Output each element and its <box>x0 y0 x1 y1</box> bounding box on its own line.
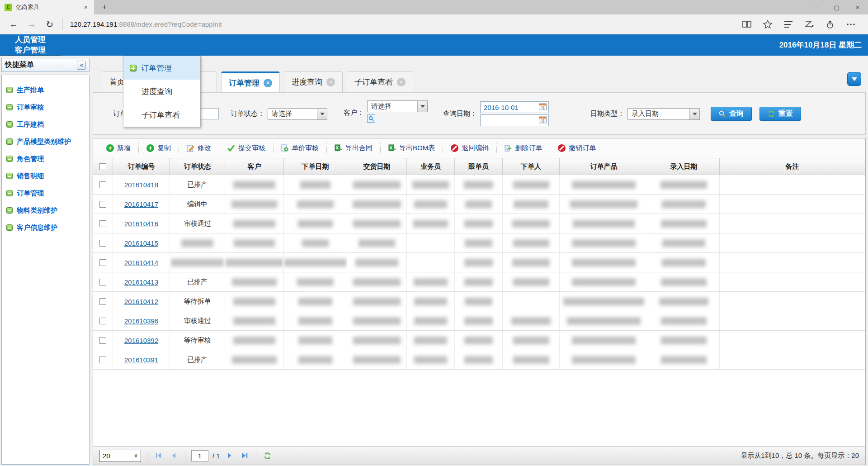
search-button[interactable]: 查询 <box>711 107 752 121</box>
order-number-link[interactable]: 201610391 <box>124 356 158 364</box>
tab-close-icon[interactable]: × <box>326 78 335 86</box>
query-date-to-input[interactable] <box>480 114 549 126</box>
favorites-star-icon[interactable] <box>763 20 772 29</box>
refresh-grid-icon[interactable] <box>262 452 273 460</box>
forward-icon[interactable]: → <box>23 19 41 29</box>
row-checkbox[interactable] <box>99 220 106 227</box>
redacted-cell <box>353 356 401 364</box>
row-checkbox[interactable] <box>99 337 106 344</box>
order-number-link[interactable]: 201610416 <box>124 220 158 228</box>
reset-button[interactable]: 重置 <box>760 107 801 121</box>
customer-search-icon[interactable] <box>367 114 375 123</box>
column-header[interactable]: 订单产品 <box>560 158 648 175</box>
order-status-select[interactable]: 请选择 <box>268 108 327 120</box>
refresh-icon[interactable]: ↻ <box>41 19 59 30</box>
toolbar-button[interactable]: 单价审核 <box>274 143 327 154</box>
row-checkbox[interactable] <box>99 240 106 247</box>
back-icon[interactable]: ← <box>5 19 23 29</box>
more-icon[interactable] <box>846 23 855 26</box>
dropdown-menu-item[interactable]: 进度查询 <box>123 80 200 103</box>
calendar-icon[interactable] <box>539 103 547 112</box>
order-number-link[interactable]: 201610415 <box>124 239 158 247</box>
prev-page-icon[interactable] <box>168 452 179 459</box>
column-header[interactable]: 下单人 <box>503 158 560 175</box>
close-icon[interactable]: × <box>847 0 868 14</box>
order-number-link[interactable]: 201610417 <box>124 200 158 208</box>
tab[interactable]: 子订单查看× <box>347 71 413 92</box>
share-icon[interactable] <box>826 20 835 29</box>
last-page-icon[interactable] <box>239 452 250 459</box>
tab-close-icon[interactable]: × <box>397 78 406 86</box>
maximize-icon[interactable]: ▢ <box>826 0 847 14</box>
row-checkbox[interactable] <box>99 279 106 285</box>
calendar-icon[interactable] <box>539 116 547 125</box>
row-checkbox[interactable] <box>99 298 106 305</box>
column-header[interactable]: 录入日期 <box>648 158 720 175</box>
hub-icon[interactable] <box>784 21 793 28</box>
column-header[interactable]: 订单编号 <box>113 158 170 175</box>
toolbar-button[interactable]: 导出BOM表 <box>381 143 443 154</box>
column-header[interactable]: 业务员 <box>407 158 455 175</box>
order-number-link[interactable]: 201610418 <box>124 181 158 189</box>
page-size-select[interactable]: 20 ∨ <box>99 450 141 462</box>
new-tab-button[interactable]: + <box>94 0 115 14</box>
column-header[interactable]: 下单日期 <box>284 158 347 175</box>
sidebar-item[interactable]: 角色管理 <box>6 150 85 167</box>
tab-active[interactable]: 订单管理× <box>221 71 280 92</box>
order-number-link[interactable]: 201610412 <box>124 298 158 305</box>
sidebar-item[interactable]: 客户信息维护 <box>6 219 85 236</box>
order-number-link[interactable]: 201610392 <box>124 337 158 344</box>
dropdown-menu-item[interactable]: 子订单查看 <box>123 103 200 127</box>
toolbar-button[interactable]: +复制 <box>139 143 179 154</box>
order-number-link[interactable]: 201610413 <box>124 278 158 286</box>
row-checkbox[interactable] <box>99 181 106 188</box>
toolbar-button[interactable]: +新增 <box>99 143 139 154</box>
sidebar-item[interactable]: 生产排单 <box>6 81 85 99</box>
tab[interactable]: 进度查询× <box>284 71 343 92</box>
sidebar-item[interactable]: 销售明细 <box>6 167 85 185</box>
tree-plus-icon <box>130 65 137 71</box>
sidebar-item[interactable]: 订单管理 <box>6 185 85 202</box>
column-header[interactable]: 跟单员 <box>455 158 503 175</box>
toolbar-button[interactable]: 删除订单 <box>497 143 550 154</box>
select-all-checkbox[interactable] <box>99 163 106 170</box>
tab-close-icon[interactable]: × <box>82 4 90 11</box>
first-page-icon[interactable] <box>153 452 164 459</box>
page-number-input[interactable]: 1 <box>191 450 208 461</box>
toolbar-button[interactable]: 退回编辑 <box>443 143 497 154</box>
query-date-from-input[interactable]: 2016-10-01 <box>480 101 549 113</box>
tab-list-button[interactable] <box>847 72 861 86</box>
date-type-select[interactable]: 录入日期 <box>627 108 700 120</box>
column-header[interactable]: 备注 <box>720 158 865 175</box>
web-note-icon[interactable] <box>805 20 814 29</box>
minimize-icon[interactable]: – <box>806 0 826 14</box>
order-number-link[interactable]: 201610396 <box>124 317 158 325</box>
order-number-link[interactable]: 201610414 <box>124 259 158 266</box>
toolbar-button[interactable]: 导出合同 <box>327 143 381 154</box>
sidebar-item[interactable]: 产品模型类别维护 <box>6 133 85 150</box>
toolbar-button[interactable]: 修改 <box>179 143 219 154</box>
main-menu-item[interactable]: 人员管理 <box>0 34 61 45</box>
column-header[interactable]: 客户 <box>225 158 284 175</box>
toolbar-button[interactable]: 撤销订单 <box>550 143 604 154</box>
sidebar-item[interactable]: 订单审核 <box>6 99 85 116</box>
column-header[interactable]: 交货日期 <box>347 158 407 175</box>
row-checkbox[interactable] <box>99 318 106 324</box>
dropdown-menu-item[interactable]: 订单管理 <box>123 56 200 80</box>
sidebar-item[interactable]: 工序建档 <box>6 116 85 133</box>
row-checkbox[interactable] <box>99 357 106 363</box>
page-arrow-icon <box>281 144 288 152</box>
main-menu-item[interactable]: 客户管理 <box>0 45 61 55</box>
url-text[interactable]: 120.27.194.191:8888/index.ered?reqCode=a… <box>70 20 222 28</box>
customer-select[interactable]: 请选择 <box>367 100 428 112</box>
next-page-icon[interactable] <box>224 452 235 459</box>
column-header[interactable]: 订单状态 <box>170 158 225 175</box>
row-checkbox[interactable] <box>99 259 106 266</box>
toolbar-button[interactable]: 提交审核 <box>219 143 274 154</box>
browser-tab[interactable]: E 亿尚家具 × <box>0 0 94 14</box>
tab-close-icon[interactable]: × <box>264 79 272 87</box>
sidebar-collapse-button[interactable]: « <box>77 61 86 70</box>
row-checkbox[interactable] <box>99 201 106 208</box>
reading-view-icon[interactable] <box>742 20 751 29</box>
sidebar-item[interactable]: 物料类别维护 <box>6 202 85 219</box>
